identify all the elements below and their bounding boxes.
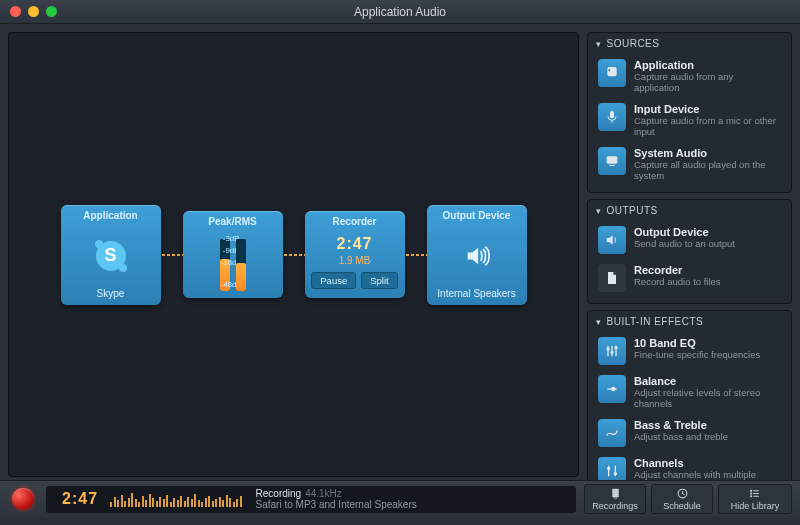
- panel-title: OUTPUTS: [607, 205, 658, 216]
- status-label: Recording: [256, 488, 302, 499]
- panel-effects: ▾ BUILT-IN EFFECTS 10 Band EQ Fine-tune …: [587, 310, 792, 480]
- node-subtitle: Internal Speakers: [427, 288, 527, 299]
- item-title: Balance: [634, 375, 781, 387]
- panel-title: BUILT-IN EFFECTS: [607, 316, 704, 327]
- svg-point-14: [750, 493, 751, 494]
- node-subtitle: Skype: [61, 288, 161, 299]
- item-desc: Adjust relative levels of stereo channel…: [634, 387, 781, 409]
- foot-btn-label: Schedule: [663, 501, 701, 511]
- schedule-button[interactable]: Schedule: [651, 484, 713, 514]
- node-recorder[interactable]: Recorder 2:47 1.9 MB Pause Split: [305, 211, 405, 298]
- item-desc: Record audio to files: [634, 276, 721, 287]
- node-peak-rms[interactable]: Peak/RMS -3dB- -9dB- -18dB- -48dB-: [183, 211, 283, 298]
- panel-header-effects[interactable]: ▾ BUILT-IN EFFECTS: [588, 311, 791, 332]
- node-title: Recorder: [305, 215, 405, 228]
- panel-header-outputs[interactable]: ▾ OUTPUTS: [588, 200, 791, 221]
- peak-meter: -3dB- -9dB- -18dB- -48dB-: [220, 233, 246, 291]
- status-rate: 44.1kHz: [305, 488, 342, 499]
- node-output-device[interactable]: Output Device Internal Speakers: [427, 205, 527, 305]
- svg-rect-2: [607, 156, 618, 163]
- chevron-down-icon: ▾: [596, 317, 602, 327]
- svg-point-4: [607, 348, 609, 350]
- foot-btn-label: Hide Library: [731, 501, 780, 511]
- system-audio-icon: [598, 147, 626, 175]
- item-title: Recorder: [634, 264, 721, 276]
- recordings-icon: [609, 487, 622, 500]
- window-title: Application Audio: [0, 5, 800, 19]
- application-icon: [598, 59, 626, 87]
- svg-point-5: [611, 351, 613, 353]
- speaker-icon: [598, 226, 626, 254]
- item-title: Channels: [634, 457, 781, 469]
- effect-item-eq[interactable]: 10 Band EQ Fine-tune specific frequencie…: [594, 332, 785, 370]
- clock-icon: [676, 487, 689, 500]
- item-title: Output Device: [634, 226, 735, 238]
- item-desc: Send audio to an output: [634, 238, 735, 249]
- item-desc: Capture all audio played on the system: [634, 159, 781, 181]
- status-bar: 2:47 Recording44.1kHz Safari to MP3 and …: [46, 486, 576, 513]
- status-line1: Recording44.1kHz: [256, 488, 417, 499]
- item-title: Application: [634, 59, 781, 71]
- svg-point-6: [615, 347, 617, 349]
- svg-rect-3: [609, 165, 614, 166]
- item-title: Bass & Treble: [634, 419, 728, 431]
- signal-chain-canvas[interactable]: Application S Skype Peak/RMS -3dB- -9dB-…: [8, 32, 579, 477]
- pause-button[interactable]: Pause: [311, 272, 356, 289]
- microphone-icon: [598, 103, 626, 131]
- output-item-output-device[interactable]: Output Device Send audio to an output: [594, 221, 785, 259]
- panel-outputs: ▾ OUTPUTS Output Device Send audio to an…: [587, 199, 792, 304]
- item-desc: Adjust bass and treble: [634, 431, 728, 442]
- record-button[interactable]: [12, 488, 34, 510]
- effect-item-balance[interactable]: Balance Adjust relative levels of stereo…: [594, 370, 785, 414]
- svg-point-7: [612, 387, 615, 390]
- item-title: System Audio: [634, 147, 781, 159]
- svg-point-13: [750, 490, 751, 491]
- effect-item-bass-treble[interactable]: Bass & Treble Adjust bass and treble: [594, 414, 785, 452]
- node-title: Output Device: [427, 209, 527, 222]
- panel-title: SOURCES: [607, 38, 660, 49]
- effect-item-channels[interactable]: Channels Adjust channels with multiple s…: [594, 452, 785, 480]
- item-desc: Fine-tune specific frequencies: [634, 349, 760, 360]
- panel-sources: ▾ SOURCES Application Capture audio from…: [587, 32, 792, 193]
- library-sidebar: ▾ SOURCES Application Capture audio from…: [584, 24, 800, 480]
- split-button[interactable]: Split: [361, 272, 397, 289]
- status-time: 2:47: [46, 490, 110, 508]
- list-icon: [749, 487, 762, 500]
- svg-rect-10: [612, 489, 619, 498]
- svg-point-8: [608, 467, 610, 469]
- item-desc: Capture audio from a mic or other input: [634, 115, 781, 137]
- node-application[interactable]: Application S Skype: [61, 205, 161, 305]
- recorder-size: 1.9 MB: [339, 255, 371, 266]
- source-item-system-audio[interactable]: System Audio Capture all audio played on…: [594, 142, 785, 186]
- file-icon: [598, 264, 626, 292]
- recorder-time: 2:47: [336, 235, 372, 253]
- balance-icon: [598, 375, 626, 403]
- skype-icon: S: [96, 241, 126, 271]
- connector: [405, 253, 427, 257]
- chevron-down-icon: ▾: [596, 206, 602, 216]
- connector: [283, 253, 305, 257]
- panel-header-sources[interactable]: ▾ SOURCES: [588, 33, 791, 54]
- node-title: Peak/RMS: [183, 215, 283, 228]
- signal-chain: Application S Skype Peak/RMS -3dB- -9dB-…: [61, 205, 527, 305]
- source-item-input-device[interactable]: Input Device Capture audio from a mic or…: [594, 98, 785, 142]
- svg-rect-1: [610, 111, 614, 118]
- bass-treble-icon: [598, 419, 626, 447]
- output-item-recorder[interactable]: Recorder Record audio to files: [594, 259, 785, 297]
- item-title: Input Device: [634, 103, 781, 115]
- hide-library-button[interactable]: Hide Library: [718, 484, 792, 514]
- foot-btn-label: Recordings: [592, 501, 638, 511]
- title-bar: Application Audio: [0, 0, 800, 24]
- channels-icon: [598, 457, 626, 480]
- status-detail: Safari to MP3 and Internal Speakers: [256, 499, 417, 510]
- svg-rect-0: [607, 67, 616, 76]
- waveform-icon: [110, 491, 242, 507]
- connector: [161, 253, 183, 257]
- item-desc: Capture audio from any application: [634, 71, 781, 93]
- item-desc: Adjust channels with multiple settings: [634, 469, 781, 480]
- source-item-application[interactable]: Application Capture audio from any appli…: [594, 54, 785, 98]
- recordings-button[interactable]: Recordings: [584, 484, 646, 514]
- node-title: Application: [61, 209, 161, 222]
- eq-sliders-icon: [598, 337, 626, 365]
- chevron-down-icon: ▾: [596, 39, 602, 49]
